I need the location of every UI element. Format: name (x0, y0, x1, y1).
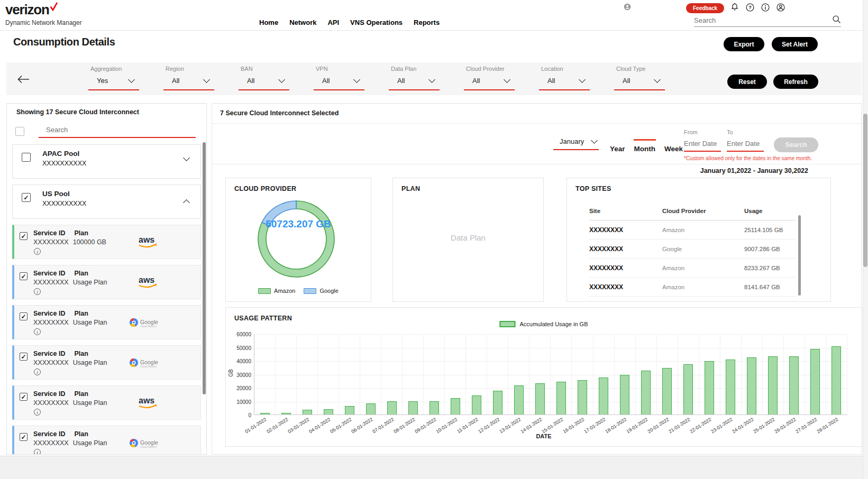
info-icon[interactable] (34, 409, 41, 416)
usage-bar[interactable] (705, 361, 714, 414)
pool-checkbox[interactable] (22, 193, 31, 202)
service-checkbox[interactable] (20, 393, 28, 401)
x-tick-label: 25-01-2022 (753, 417, 776, 434)
info-icon[interactable] (34, 328, 41, 335)
usage-bar[interactable] (260, 413, 270, 414)
usage-bar[interactable] (430, 401, 439, 414)
service-checkbox[interactable] (20, 353, 28, 361)
usage-bar[interactable] (303, 410, 312, 414)
usage-bar[interactable] (535, 383, 545, 414)
info-icon[interactable] (34, 369, 41, 375)
y-tick-label: 50000 (228, 345, 251, 351)
filter-dropdown[interactable]: BAN All (239, 66, 289, 90)
service-checkbox[interactable] (20, 312, 28, 320)
usage-bar[interactable] (683, 364, 693, 414)
date-search-button[interactable]: Search (774, 137, 818, 152)
chevron-icon[interactable] (183, 199, 190, 206)
usage-bar[interactable] (810, 349, 820, 414)
usage-bar[interactable] (789, 356, 799, 414)
nav-item[interactable]: VNS Operations (350, 19, 403, 26)
usage-bar[interactable] (281, 413, 291, 414)
left-panel-scrollbar[interactable] (203, 142, 206, 394)
page-scrollbar-thumb[interactable] (863, 114, 867, 267)
usage-bar[interactable] (662, 368, 672, 414)
usage-bar[interactable] (324, 409, 333, 414)
filter-dropdown[interactable]: Data Plan All (389, 66, 440, 90)
period-tab-month[interactable]: Month (634, 145, 655, 153)
x-tick-label: 06-01-2022 (350, 417, 373, 434)
logo-text: verizon (5, 2, 49, 18)
info-icon[interactable] (34, 288, 41, 295)
refresh-button[interactable]: Refresh (773, 75, 818, 89)
filter-dropdown[interactable]: Region All (163, 66, 214, 90)
search-input[interactable] (694, 14, 832, 26)
bell-icon[interactable] (730, 2, 739, 14)
filter-dropdown[interactable]: Location All (539, 66, 590, 90)
usage-bar[interactable] (366, 403, 376, 414)
usage-bar[interactable] (599, 377, 608, 414)
top-sites-scrollbar[interactable] (798, 215, 801, 296)
usage-bar[interactable] (556, 382, 566, 414)
chevron-icon[interactable] (183, 154, 190, 161)
x-axis-title: DATE (536, 433, 551, 439)
usage-cell: 25114.105 GB (744, 227, 796, 233)
info-icon[interactable] (34, 449, 41, 455)
service-item[interactable]: Service ID Plan XXXXXXXX Usage Plan Goog… (12, 426, 201, 455)
from-date-input[interactable] (684, 135, 721, 152)
filter-label: VPN (316, 66, 364, 72)
service-checkbox[interactable] (20, 272, 28, 280)
select-all-checkbox[interactable] (15, 127, 24, 136)
set-alert-button[interactable]: Set Alert (772, 37, 818, 51)
service-item[interactable]: Service ID Plan XXXXXXXX Usage Plan aws (12, 265, 201, 299)
month-dropdown[interactable]: January (553, 137, 599, 150)
filter-dropdown[interactable]: VPN All (314, 66, 364, 90)
user-icon[interactable] (776, 3, 785, 14)
service-checkbox[interactable] (20, 232, 28, 240)
usage-bar[interactable] (472, 395, 481, 414)
pool-item[interactable]: APAC Pool XXXXXXXXXX (12, 144, 201, 179)
reset-button[interactable]: Reset (727, 75, 767, 89)
to-date-input[interactable] (727, 135, 764, 152)
avatar[interactable] (623, 3, 632, 13)
filter-dropdown[interactable]: Cloud Type All (614, 66, 665, 90)
feedback-button[interactable]: Feedback (686, 3, 724, 13)
nav-item[interactable]: API (327, 19, 339, 26)
list-search-input[interactable] (39, 124, 196, 137)
pool-checkbox[interactable] (22, 153, 31, 162)
search-icon[interactable] (832, 15, 841, 26)
service-item[interactable]: Service ID Plan XXXXXXXX Usage Plan Goog… (12, 345, 201, 380)
usage-bar[interactable] (768, 356, 778, 414)
back-arrow-icon[interactable] (17, 75, 30, 86)
service-item[interactable]: Service ID Plan XXXXXXXX Usage Plan aws (12, 385, 201, 420)
usage-bar[interactable] (832, 346, 841, 414)
usage-bar[interactable] (620, 375, 629, 414)
nav-item[interactable]: Network (289, 19, 316, 26)
period-tab-week[interactable]: Week (664, 145, 683, 153)
usage-bar[interactable] (408, 401, 418, 414)
service-item[interactable]: Service ID Plan XXXXXXXX Usage Plan Goog… (12, 305, 201, 339)
export-button[interactable]: Export (724, 37, 764, 51)
service-item[interactable]: Service ID Plan XXXXXXXX 100000 GB aws (12, 225, 201, 259)
info-icon[interactable] (34, 248, 41, 255)
filter-dropdown[interactable]: Aggregation Yes (88, 66, 139, 90)
y-tick-label: 30000 (228, 372, 251, 378)
nav-item[interactable]: Reports (414, 19, 440, 26)
usage-bar[interactable] (514, 385, 524, 414)
help-icon[interactable]: ? (745, 3, 755, 14)
usage-bar[interactable] (747, 357, 756, 414)
usage-bar[interactable] (451, 398, 460, 414)
usage-bar[interactable] (493, 391, 502, 414)
aws-logo: aws (136, 234, 160, 250)
nav-item[interactable]: Home (259, 19, 278, 26)
info-icon[interactable] (761, 3, 770, 14)
filter-dropdown[interactable]: Cloud Provider All (464, 66, 515, 90)
usage-bar[interactable] (345, 406, 354, 414)
period-tab-year[interactable]: Year (610, 145, 625, 153)
usage-bar[interactable] (387, 401, 397, 414)
usage-bar[interactable] (726, 360, 735, 414)
y-tick-label: 0 (228, 412, 251, 418)
pool-item[interactable]: US Pool XXXXXXXXXX (12, 185, 201, 219)
usage-bar[interactable] (641, 371, 651, 414)
usage-bar[interactable] (578, 380, 587, 414)
service-checkbox[interactable] (20, 433, 28, 441)
